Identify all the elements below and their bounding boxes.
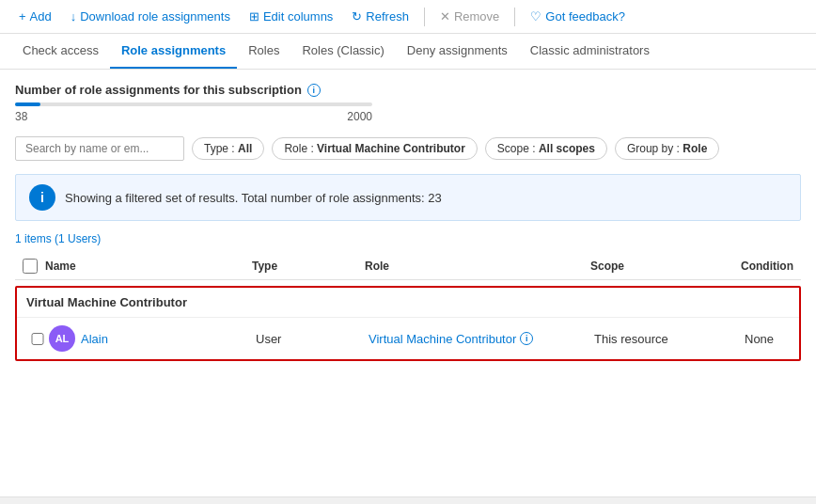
close-icon	[440, 9, 450, 24]
nav-tabs: Check access Role assignments Roles Role…	[0, 34, 816, 70]
download-label: Download role assignments	[80, 9, 230, 24]
feedback-label: Got feedback?	[545, 9, 625, 24]
download-button[interactable]: Download role assignments	[63, 6, 238, 27]
col-role: Role	[365, 260, 590, 273]
edit-columns-label: Edit columns	[263, 9, 333, 24]
toolbar: Add Download role assignments Edit colum…	[0, 0, 816, 34]
refresh-button[interactable]: Refresh	[344, 6, 416, 27]
progress-fill	[15, 102, 40, 106]
filter-role[interactable]: Role : Virtual Machine Contributor	[272, 137, 477, 160]
group-section: Virtual Machine Contributor AL Alain Use…	[15, 286, 801, 361]
horizontal-scrollbar[interactable]	[0, 496, 816, 504]
tab-deny-assignments[interactable]: Deny assignments	[396, 34, 519, 69]
info-banner: i Showing a filtered set of results. Tot…	[15, 174, 801, 221]
feedback-button[interactable]: Got feedback?	[523, 6, 633, 27]
section-title: Number of role assignments for this subs…	[15, 83, 801, 97]
separator-2	[514, 8, 515, 26]
role-info-icon[interactable]: i	[520, 332, 533, 345]
col-type: Type	[252, 260, 365, 273]
row-checkbox[interactable]	[26, 333, 49, 345]
items-count: 1 items (1 Users)	[15, 232, 801, 245]
filter-type[interactable]: Type : All	[192, 137, 264, 160]
col-condition: Condition	[741, 260, 816, 273]
progress-track	[15, 102, 372, 106]
download-icon	[71, 9, 77, 24]
row-condition: None	[745, 332, 816, 346]
filters-row: Type : All Role : Virtual Machine Contri…	[15, 136, 801, 161]
tab-role-assignments[interactable]: Role assignments	[110, 34, 237, 69]
tab-roles-classic[interactable]: Roles (Classic)	[290, 34, 395, 69]
filter-scope[interactable]: Scope : All scopes	[485, 137, 607, 160]
table-row: AL Alain User Virtual Machine Contributo…	[17, 318, 799, 359]
heart-icon	[530, 9, 541, 24]
progress-min: 38	[15, 110, 27, 123]
add-label: Add	[30, 9, 52, 24]
progress-bar-container: 38 2000	[15, 102, 801, 123]
filter-groupby[interactable]: Group by : Role	[615, 137, 719, 160]
role-cell[interactable]: Virtual Machine Contributor i	[369, 332, 594, 346]
info-circle-icon: i	[29, 184, 55, 211]
tab-check-access[interactable]: Check access	[11, 34, 110, 69]
plus-icon	[19, 9, 26, 24]
table-header: Name Type Role Scope Condition	[15, 253, 801, 280]
refresh-label: Refresh	[366, 9, 409, 24]
section-info-icon[interactable]: i	[307, 84, 321, 97]
refresh-icon	[352, 9, 362, 24]
col-name: Name	[45, 260, 252, 273]
page-wrapper: Add Download role assignments Edit colum…	[0, 0, 816, 504]
progress-max: 2000	[347, 110, 372, 123]
remove-label: Remove	[454, 9, 499, 24]
tab-roles[interactable]: Roles	[237, 34, 290, 69]
grid-icon	[249, 9, 259, 24]
add-button[interactable]: Add	[11, 6, 59, 27]
remove-button[interactable]: Remove	[432, 6, 507, 27]
edit-columns-button[interactable]: Edit columns	[242, 6, 340, 27]
row-type: User	[256, 332, 369, 346]
group-header: Virtual Machine Contributor	[17, 288, 799, 318]
user-cell: AL Alain	[49, 325, 256, 352]
col-scope: Scope	[590, 260, 741, 273]
user-link[interactable]: Alain	[81, 332, 108, 346]
select-all-checkbox[interactable]	[23, 259, 38, 274]
progress-labels: 38 2000	[15, 110, 372, 123]
separator-1	[424, 8, 425, 26]
banner-text: Showing a filtered set of results. Total…	[65, 191, 442, 205]
tab-classic-admins[interactable]: Classic administrators	[519, 34, 661, 69]
main-content: Number of role assignments for this subs…	[0, 70, 816, 374]
search-input[interactable]	[15, 136, 184, 161]
avatar: AL	[49, 325, 75, 352]
row-scope: This resource	[594, 332, 745, 346]
